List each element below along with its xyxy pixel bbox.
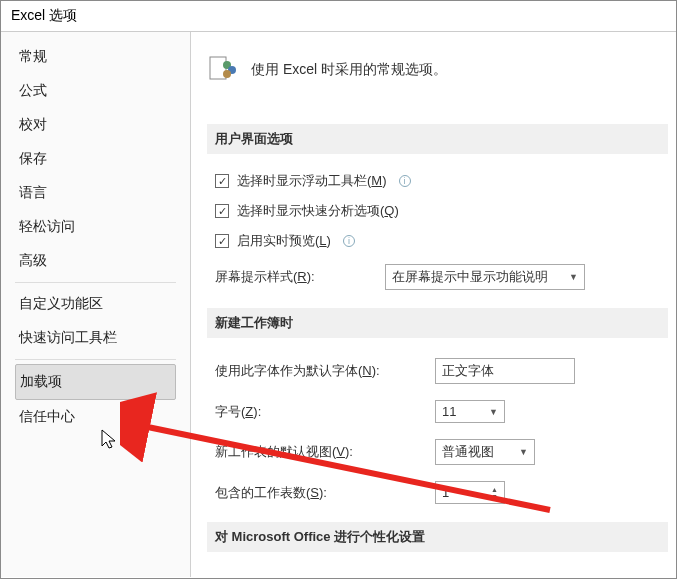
screen-tip-label: 屏幕提示样式(R): [215, 268, 385, 286]
chevron-down-icon: ▼ [489, 407, 498, 417]
panel-header-text: 使用 Excel 时采用的常规选项。 [251, 61, 447, 79]
sidebar-item-advanced[interactable]: 高级 [15, 244, 176, 278]
section-new-workbook-title: 新建工作簿时 [207, 308, 668, 338]
font-size-label: 字号(Z): [215, 403, 435, 421]
sidebar-item-save[interactable]: 保存 [15, 142, 176, 176]
checkbox-mini-toolbar[interactable]: ✓ 选择时显示浮动工具栏(M) i [207, 166, 668, 196]
checkbox-label: 选择时显示快速分析选项(Q) [237, 202, 399, 220]
sidebar: 常规 公式 校对 保存 语言 轻松访问 高级 自定义功能区 快速访问工具栏 加载… [1, 32, 191, 577]
sidebar-item-trust-center[interactable]: 信任中心 [15, 400, 176, 434]
checkbox-live-preview[interactable]: ✓ 启用实时预览(L) i [207, 226, 668, 256]
main-panel: 使用 Excel 时采用的常规选项。 用户界面选项 ✓ 选择时显示浮动工具栏(M… [191, 32, 676, 577]
checkmark-icon: ✓ [215, 234, 229, 248]
section-personalize-title: 对 Microsoft Office 进行个性化设置 [207, 522, 668, 552]
checkmark-icon: ✓ [215, 174, 229, 188]
sheet-count-spinner[interactable]: 1 ▲▼ [435, 481, 505, 504]
options-icon [207, 52, 239, 87]
font-size-select[interactable]: 11 ▼ [435, 400, 505, 423]
screen-tip-select[interactable]: 在屏幕提示中显示功能说明 ▼ [385, 264, 585, 290]
sidebar-item-customize-ribbon[interactable]: 自定义功能区 [15, 287, 176, 321]
checkbox-quick-analysis[interactable]: ✓ 选择时显示快速分析选项(Q) [207, 196, 668, 226]
chevron-down-icon: ▼ [569, 272, 578, 282]
default-font-select[interactable]: 正文字体 [435, 358, 575, 384]
sidebar-item-general[interactable]: 常规 [15, 40, 176, 74]
svg-point-3 [223, 70, 231, 78]
spinner-icon: ▲▼ [491, 486, 498, 500]
sidebar-item-language[interactable]: 语言 [15, 176, 176, 210]
info-icon[interactable]: i [399, 175, 411, 187]
sidebar-item-accessibility[interactable]: 轻松访问 [15, 210, 176, 244]
sidebar-item-quick-access[interactable]: 快速访问工具栏 [15, 321, 176, 355]
default-font-label: 使用此字体作为默认字体(N): [215, 362, 435, 380]
chevron-down-icon: ▼ [519, 447, 528, 457]
sidebar-separator [15, 359, 176, 360]
default-view-label: 新工作表的默认视图(V): [215, 443, 435, 461]
sidebar-separator [15, 282, 176, 283]
section-ui-options-title: 用户界面选项 [207, 124, 668, 154]
sheet-count-label: 包含的工作表数(S): [215, 484, 435, 502]
checkmark-icon: ✓ [215, 204, 229, 218]
dialog-title: Excel 选项 [1, 1, 676, 32]
default-view-select[interactable]: 普通视图 ▼ [435, 439, 535, 465]
checkbox-label: 选择时显示浮动工具栏(M) [237, 172, 387, 190]
sidebar-item-proofing[interactable]: 校对 [15, 108, 176, 142]
checkbox-label: 启用实时预览(L) [237, 232, 331, 250]
sidebar-item-addins[interactable]: 加载项 [15, 364, 176, 400]
sidebar-item-formulas[interactable]: 公式 [15, 74, 176, 108]
info-icon[interactable]: i [343, 235, 355, 247]
